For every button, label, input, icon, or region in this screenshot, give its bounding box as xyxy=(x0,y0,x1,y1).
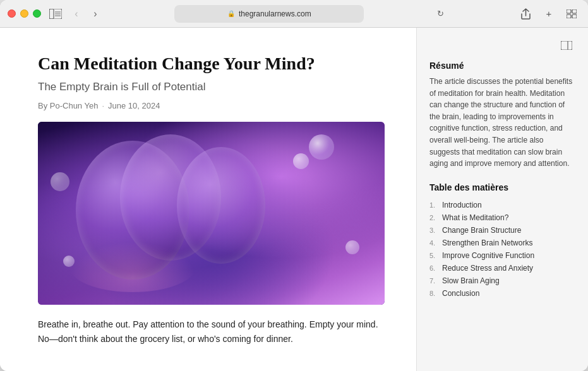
toc-item-number: 5. xyxy=(429,252,438,259)
maximize-button[interactable] xyxy=(33,9,41,18)
panel-toggle-button[interactable] xyxy=(558,38,575,53)
toc-item-label: Slow Brain Aging xyxy=(442,276,500,285)
svg-rect-9 xyxy=(561,41,572,50)
toc-item-label: Conclusion xyxy=(442,289,479,298)
tab-overview-button[interactable] xyxy=(563,6,580,21)
toc-section: Table des matières 1.Introduction2.What … xyxy=(429,182,575,300)
toc-item-label: Improve Cognitive Function xyxy=(442,251,534,260)
svg-rect-5 xyxy=(567,9,571,13)
article-title: Can Meditation Change Your Mind? xyxy=(38,53,385,74)
toc-item[interactable]: 5.Improve Cognitive Function xyxy=(429,249,575,262)
toc-item[interactable]: 7.Slow Brain Aging xyxy=(429,274,575,287)
resume-section: Résumé The article discusses the potenti… xyxy=(429,61,575,170)
toc-item[interactable]: 2.What is Meditation? xyxy=(429,211,575,224)
toc-item-label: Reduce Stress and Anxiety xyxy=(442,264,533,273)
traffic-lights xyxy=(8,9,41,18)
url-text: thegranularnews.com xyxy=(239,9,311,18)
article-subtitle: The Empty Brain is Full of Potential xyxy=(38,81,385,93)
share-button[interactable] xyxy=(517,6,535,21)
article-area[interactable]: Can Meditation Change Your Mind? The Emp… xyxy=(0,28,416,371)
toc-item-number: 8. xyxy=(429,290,438,297)
toc-item[interactable]: 6.Reduce Stress and Anxiety xyxy=(429,262,575,274)
toc-item-label: Change Brain Structure xyxy=(442,226,521,235)
resume-text: The article discusses the potential bene… xyxy=(429,76,575,170)
sidebar-toggle-button[interactable] xyxy=(49,8,63,20)
toc-item-number: 6. xyxy=(429,264,438,272)
reload-button[interactable]: ↻ xyxy=(435,8,447,20)
new-tab-button[interactable]: + xyxy=(540,6,558,21)
toc-item[interactable]: 1.Introduction xyxy=(429,199,575,211)
back-button[interactable]: ‹ xyxy=(68,6,85,21)
forward-button[interactable]: › xyxy=(87,6,104,21)
toc-item-number: 7. xyxy=(429,277,438,285)
titlebar: ‹ › 🔒 thegranularnews.com ↻ + xyxy=(0,0,588,28)
toc-item[interactable]: 8.Conclusion xyxy=(429,287,575,300)
article-body-text: Breathe in, breathe out. Pay attention t… xyxy=(38,317,385,346)
browser-window: ‹ › 🔒 thegranularnews.com ↻ + xyxy=(0,0,588,371)
toolbar-right: + xyxy=(517,6,580,21)
toc-item[interactable]: 4.Strengthen Brain Networks xyxy=(429,237,575,249)
right-panel: Résumé The article discusses the potenti… xyxy=(416,28,588,371)
content-area: Can Meditation Change Your Mind? The Emp… xyxy=(0,28,588,371)
meta-dot: · xyxy=(102,101,104,110)
resume-title: Résumé xyxy=(429,61,575,71)
toc-item-number: 3. xyxy=(429,227,438,234)
minimize-button[interactable] xyxy=(20,9,28,18)
svg-rect-8 xyxy=(572,15,577,18)
article-hero-image xyxy=(38,122,385,305)
article-author: By Po-Chun Yeh xyxy=(38,101,98,110)
toc-item[interactable]: 3.Change Brain Structure xyxy=(429,224,575,237)
toc-item-label: Introduction xyxy=(442,201,482,209)
article-date: June 10, 2024 xyxy=(108,101,160,110)
address-bar[interactable]: 🔒 thegranularnews.com xyxy=(174,5,364,23)
svg-rect-6 xyxy=(572,9,577,13)
toc-title: Table des matières xyxy=(429,182,575,192)
toc-list: 1.Introduction2.What is Meditation?3.Cha… xyxy=(429,199,575,300)
svg-rect-0 xyxy=(49,9,54,19)
brain-art-background xyxy=(38,122,385,305)
close-button[interactable] xyxy=(8,9,16,18)
article-meta: By Po-Chun Yeh · June 10, 2024 xyxy=(38,101,385,110)
toc-item-label: What is Meditation? xyxy=(442,213,508,222)
toc-item-number: 4. xyxy=(429,239,438,247)
toc-item-number: 1. xyxy=(429,201,438,209)
toc-item-number: 2. xyxy=(429,214,438,221)
nav-buttons: ‹ › xyxy=(68,6,104,21)
toc-item-label: Strengthen Brain Networks xyxy=(442,238,532,247)
svg-rect-7 xyxy=(567,15,571,18)
lock-icon: 🔒 xyxy=(227,10,235,17)
